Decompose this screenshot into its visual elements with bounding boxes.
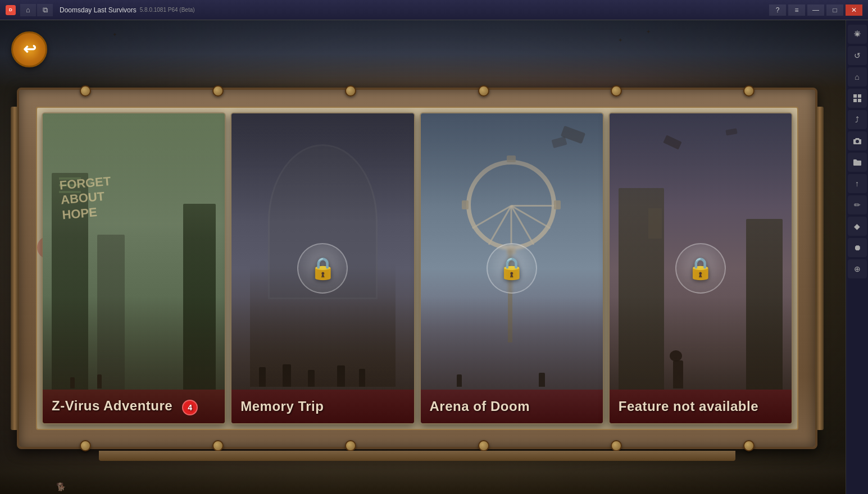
card-1-label: Z-Virus Adventure 4 (43, 390, 225, 423)
card-4-lock: 🔒 (675, 243, 726, 294)
board-pillar-right (816, 107, 824, 430)
right-sidebar: ↺ ⌂ ⤴ ↑ ✏ ◆ ⏺ ⊕ (846, 20, 868, 494)
sidebar-folder-btn[interactable] (848, 153, 867, 172)
board-pillar-left (11, 107, 19, 430)
title-bar: D ⌂ ⧉ Doomsday Last Survivors 5.8.0.1081… (0, 0, 868, 20)
lock-icon-3: 🔒 (498, 256, 525, 281)
bolt-b6 (743, 440, 755, 451)
ruin-window-1 (648, 208, 662, 239)
card-1-badge: 4 (182, 400, 198, 415)
sidebar-camera-btn[interactable] (848, 131, 867, 150)
card-1-ground (43, 296, 225, 390)
card-1-title: Z-Virus Adventure 4 (52, 398, 198, 415)
sidebar-diamond-btn[interactable]: ◆ (848, 217, 867, 236)
card-2-label: Memory Trip (231, 390, 413, 423)
bolt-b3 (345, 440, 356, 451)
card-arena-of-doom[interactable]: 🔒 Arena of Doom (420, 112, 604, 424)
card-memory-trip[interactable]: 🔒 Memory Trip (230, 112, 415, 424)
bolt-2 (212, 85, 224, 97)
sidebar-extra-btn[interactable]: ⊕ (848, 259, 867, 278)
maximize-button[interactable]: □ (826, 4, 843, 16)
card-feature-not-available[interactable]: 🔒 Feature not available (608, 112, 793, 424)
sky-overlay-1 (43, 113, 225, 237)
bird-3: ✦ (646, 29, 651, 35)
app-icon: D (6, 5, 16, 15)
card-4-title: Feature not available (619, 399, 758, 414)
back-arrow-icon: ↩ (23, 42, 36, 57)
sidebar-home-btn[interactable]: ⌂ (848, 67, 867, 86)
bolt-3 (345, 85, 356, 97)
minimize-button[interactable]: — (807, 4, 824, 16)
app-title: Doomsday Last Survivors (60, 6, 137, 14)
card-3-label: Arena of Doom (421, 390, 603, 423)
cards-container: FORGET ABOUT HOPE Z-Virus Adventu (42, 112, 793, 424)
svg-rect-4 (858, 99, 861, 102)
help-button[interactable]: ? (769, 4, 786, 16)
card-1-bg: FORGET ABOUT HOPE (43, 113, 225, 423)
nav-buttons: ⌂ ⧉ (20, 4, 53, 16)
home-nav-button[interactable]: ⌂ (20, 4, 36, 16)
lock-icon-4: 🔒 (687, 256, 714, 281)
svg-rect-1 (853, 94, 857, 98)
bolt-b5 (611, 440, 622, 451)
card-1-scene: FORGET ABOUT HOPE (43, 113, 225, 423)
back-button[interactable]: ↩ (11, 31, 47, 67)
svg-rect-2 (858, 94, 861, 98)
bolt-1 (80, 85, 91, 97)
bulletin-board: FORGET ABOUT HOPE Z-Virus Adventu (17, 88, 817, 449)
card-2-ground (231, 296, 413, 390)
sky-overlay-4 (610, 113, 792, 207)
bird-1: ✦ (112, 31, 117, 38)
board-bolts-top (19, 85, 815, 97)
menu-button[interactable]: ≡ (788, 4, 805, 16)
card-4-label: Feature not available (610, 390, 792, 423)
copy-nav-button[interactable]: ⧉ (37, 4, 53, 16)
lock-icon-2: 🔒 (310, 256, 336, 281)
sky-overlay-3 (421, 113, 603, 207)
card-4-ground (610, 296, 792, 390)
sidebar-arrow-up-btn[interactable]: ↑ (848, 174, 867, 193)
sidebar-pen-btn[interactable]: ✏ (848, 195, 867, 214)
bolt-4 (478, 85, 489, 97)
sidebar-grid-btn[interactable] (848, 89, 867, 108)
sidebar-record-btn[interactable]: ⏺ (848, 238, 867, 257)
bolt-5 (611, 85, 622, 97)
ground-animal-1: 🐕 (56, 482, 66, 491)
svg-rect-3 (853, 99, 857, 102)
window-controls: ? ≡ — □ ✕ (769, 4, 862, 16)
board-bolts-bottom (19, 440, 815, 451)
board-inner: FORGET ABOUT HOPE Z-Virus Adventu (36, 107, 798, 430)
sky-background: ✦ ✦ ✦ (0, 20, 846, 88)
card-3-lock: 🔒 (487, 243, 537, 294)
sidebar-share-btn[interactable]: ⤴ (848, 110, 867, 129)
bolt-b1 (80, 440, 91, 451)
card-2-lock: 🔒 (297, 243, 348, 294)
board-support (99, 451, 736, 461)
card-z-virus-adventure[interactable]: FORGET ABOUT HOPE Z-Virus Adventu (42, 112, 226, 424)
bolt-6 (743, 85, 755, 97)
app-version: 5.8.0.1081 P64 (Beta) (140, 7, 195, 13)
bird-2: ✦ (618, 37, 622, 43)
bolt-b4 (478, 440, 489, 451)
card-2-title: Memory Trip (240, 399, 324, 414)
sky-overlay-2 (231, 113, 413, 222)
game-area: ✦ ✦ ✦ 🐕 ↩ (0, 20, 846, 494)
card-3-title: Arena of Doom (430, 399, 530, 414)
close-button[interactable]: ✕ (846, 4, 862, 16)
bolt-b2 (212, 440, 224, 451)
sidebar-refresh-btn[interactable]: ↺ (848, 46, 867, 65)
sidebar-settings-btn[interactable] (848, 25, 867, 44)
card-3-ground (421, 296, 603, 390)
